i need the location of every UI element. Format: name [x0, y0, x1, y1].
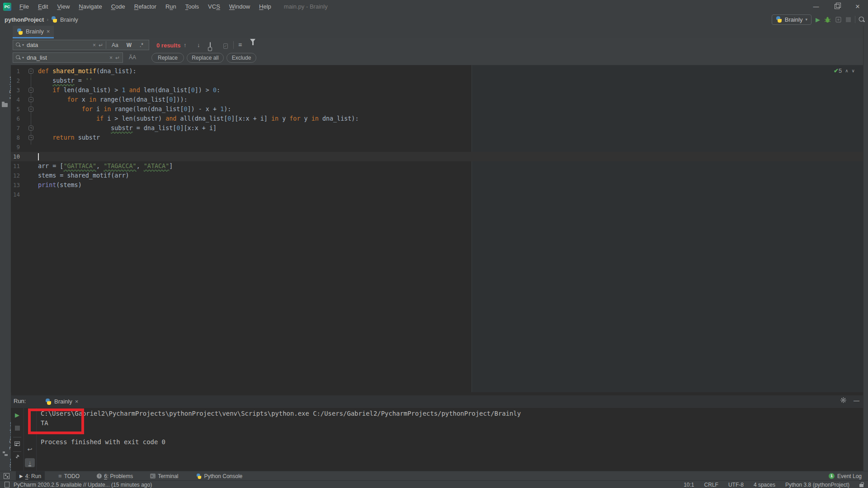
- line-number: 4: [12, 95, 20, 104]
- fold-marker[interactable]: ¬: [28, 126, 33, 131]
- replace-field[interactable]: ▾ dna_list × ↵: [13, 52, 123, 63]
- rerun-button[interactable]: ▶: [11, 412, 24, 418]
- tool-window-switcher-icon[interactable]: [4, 473, 9, 479]
- right-margin-guide: [472, 65, 472, 392]
- code-line-7[interactable]: substr = dna_list[0][x:x + i]: [38, 123, 217, 133]
- code-line-1[interactable]: def shared_motif(dna_list):: [38, 66, 137, 76]
- search-everywhere-icon[interactable]: [859, 16, 865, 23]
- lock-icon[interactable]: [859, 484, 863, 487]
- run-configuration-select[interactable]: Brainly ▾: [772, 14, 811, 25]
- code-line-5[interactable]: for i in range(len(dna_list[0]) - x + 1)…: [38, 104, 231, 114]
- minimize-button[interactable]: —: [806, 0, 826, 13]
- tab-close-icon[interactable]: ×: [47, 28, 50, 35]
- clear-search-icon[interactable]: ×: [93, 42, 96, 48]
- line-ending[interactable]: CRLF: [704, 482, 718, 488]
- menu-item-run[interactable]: Run: [161, 3, 181, 10]
- tool-button-terminal[interactable]: >_ Terminal: [146, 471, 182, 481]
- restore-layout-icon[interactable]: [11, 441, 24, 447]
- code-line-6[interactable]: if i > len(substr) and all(dna_list[0][x…: [38, 114, 359, 123]
- run-header-actions: —: [840, 397, 859, 404]
- code-line-11[interactable]: arr = ["GATTACA", "TAGACCA", "ATACA"]: [38, 161, 173, 171]
- python-file-icon: [17, 28, 23, 35]
- project-folder-icon[interactable]: [2, 102, 9, 108]
- update-message[interactable]: PyCharm 2020.2.5 available // Update... …: [14, 482, 152, 488]
- fold-marker[interactable]: ¬: [28, 135, 33, 140]
- code-line-4[interactable]: for x in range(len(dna_list[0])):: [38, 95, 188, 104]
- caret-position[interactable]: 10:1: [684, 482, 694, 488]
- find-input[interactable]: data: [27, 42, 90, 48]
- replace-button[interactable]: Replace: [151, 53, 184, 63]
- newline-icon[interactable]: ↵: [99, 42, 103, 48]
- code-line-3[interactable]: if len(dna_list) > 1 and len(dna_list[0]…: [38, 85, 220, 95]
- tool-button-todo[interactable]: ≡ TODO: [55, 471, 83, 481]
- fold-marker[interactable]: −: [28, 107, 33, 112]
- code-line-2[interactable]: substr = '': [38, 76, 93, 85]
- coverage-icon[interactable]: [835, 16, 842, 23]
- debug-bug-icon[interactable]: [824, 16, 831, 23]
- replace-all-button[interactable]: Replace all: [187, 53, 224, 63]
- editor-tab-brainly[interactable]: Brainly ×: [13, 26, 54, 38]
- indent-setting[interactable]: 4 spaces: [754, 482, 775, 488]
- prev-problem-icon[interactable]: ∧: [845, 68, 848, 73]
- restore-icon: [835, 4, 840, 9]
- filter-funnel-icon[interactable]: [250, 42, 255, 49]
- menu-item-window[interactable]: Window: [225, 3, 255, 10]
- search-history-chevron-icon[interactable]: ▾: [22, 43, 24, 47]
- menu-item-view[interactable]: View: [52, 3, 74, 10]
- menu-item-help[interactable]: Help: [255, 3, 276, 10]
- select-all-occurrences-icon[interactable]: [210, 42, 211, 49]
- restore-button[interactable]: [826, 0, 847, 13]
- run-tab-brainly[interactable]: Brainly ×: [42, 396, 82, 407]
- preserve-case-toggle[interactable]: ÄA: [126, 54, 139, 61]
- code-editor[interactable]: 1−23−4−5−67¬8¬91011121314 def shared_mot…: [11, 65, 863, 392]
- pin-tab-icon[interactable]: [11, 454, 24, 461]
- tool-button-python-console[interactable]: Python Console: [192, 471, 246, 481]
- tool-button-run[interactable]: ▶ 4: Run: [16, 471, 45, 481]
- next-occurrence-icon[interactable]: ↓: [197, 42, 200, 48]
- menu-item-vcs[interactable]: VCS: [203, 3, 225, 10]
- menu-item-code[interactable]: Code: [107, 3, 130, 10]
- search-options-icon[interactable]: ≡: [238, 41, 242, 48]
- interpreter[interactable]: Python 3.8 (pythonProject): [785, 482, 849, 488]
- left-tool-stripe: 1: Project 7: Structure 2: Favorites ★: [0, 26, 11, 480]
- breadcrumb-file[interactable]: Brainly: [60, 16, 78, 23]
- find-row: ▾ data × ↵ Aa W .* 0 results ↑ ↓ ✓ ≡: [11, 38, 863, 52]
- find-field[interactable]: ▾ data × ↵ Aa W .*: [13, 40, 149, 50]
- file-encoding[interactable]: UTF-8: [728, 482, 744, 488]
- code-line-13[interactable]: print(stems): [38, 180, 82, 190]
- gear-icon[interactable]: [840, 397, 846, 403]
- tool-button-problems[interactable]: ! 6: Problems: [93, 471, 137, 481]
- run-tab-close-icon[interactable]: ×: [75, 398, 79, 405]
- fold-marker[interactable]: −: [28, 69, 33, 74]
- menu-item-edit[interactable]: Edit: [33, 3, 52, 10]
- run-button[interactable]: ▶: [816, 16, 820, 23]
- regex-toggle[interactable]: .*: [137, 42, 146, 48]
- fold-marker[interactable]: −: [28, 97, 33, 102]
- structure-icon[interactable]: [3, 451, 9, 457]
- menu-item-refactor[interactable]: Refactor: [130, 3, 161, 10]
- clear-replace-icon[interactable]: ×: [109, 55, 113, 61]
- next-problem-icon[interactable]: ∨: [851, 68, 854, 73]
- close-button[interactable]: ✕: [847, 0, 868, 13]
- event-log-button[interactable]: 1 Event Log: [829, 473, 862, 479]
- replace-input[interactable]: dna_list: [27, 54, 107, 61]
- breadcrumb-project[interactable]: pythonProject: [5, 16, 44, 23]
- menu-item-tools[interactable]: Tools: [181, 3, 203, 10]
- inspections-widget[interactable]: ✔5 ∧ ∨: [834, 67, 855, 74]
- fold-marker[interactable]: −: [28, 88, 33, 93]
- hide-panel-icon[interactable]: —: [854, 397, 859, 404]
- menu-item-file[interactable]: File: [15, 3, 33, 10]
- newline-icon[interactable]: ↵: [115, 55, 120, 61]
- menu-item-navigate[interactable]: Navigate: [74, 3, 106, 10]
- exclude-button[interactable]: Exclude: [226, 53, 256, 63]
- replace-history-chevron-icon[interactable]: ▾: [22, 56, 24, 60]
- code-line-8[interactable]: return substr: [38, 133, 100, 142]
- code-line-12[interactable]: stems = shared_motif(arr): [38, 171, 129, 180]
- words-toggle[interactable]: W: [124, 42, 134, 48]
- soft-wrap-icon[interactable]: ↩: [24, 446, 36, 453]
- previous-occurrence-icon[interactable]: ↑: [184, 42, 187, 48]
- match-case-toggle[interactable]: Aa: [109, 42, 121, 48]
- search-icon: [16, 42, 21, 47]
- line-number: 3: [12, 85, 20, 95]
- scroll-to-end-icon[interactable]: ↓: [24, 459, 36, 466]
